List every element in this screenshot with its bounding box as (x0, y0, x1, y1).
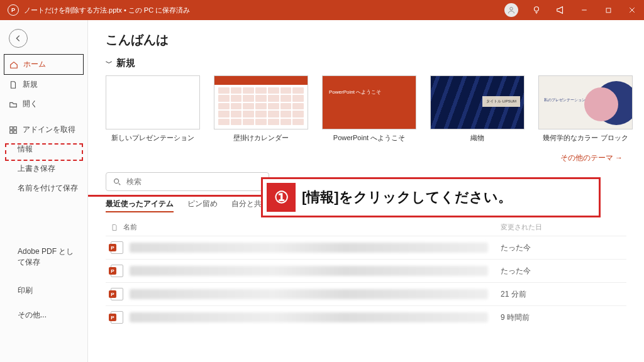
pptx-icon (111, 241, 123, 254)
tab-pinned[interactable]: ピン留め (187, 199, 218, 212)
annotation-arrow (88, 195, 263, 197)
sidebar-label: その他... (18, 310, 47, 321)
file-date: たった今 (501, 243, 626, 253)
sidebar-label: アドインを取得 (23, 124, 75, 135)
sidebar-item-info[interactable]: 情報 (0, 140, 87, 159)
svg-rect-4 (14, 126, 16, 129)
sidebar-item-home[interactable]: ホーム (4, 54, 84, 75)
blurred-filename (130, 312, 488, 322)
app-icon: P (8, 4, 19, 16)
blurred-filename (130, 243, 488, 253)
template-geometric[interactable]: 私のプレゼンテーション 幾何学的なカラー ブロック (538, 75, 633, 143)
sidebar-label: 情報 (18, 144, 33, 155)
sidebar-label: 名前を付けて保存 (18, 183, 78, 194)
column-date: 変更された日 (501, 222, 626, 232)
sidebar-item-more[interactable]: その他... (0, 305, 87, 325)
file-date: 9 時間前 (501, 312, 626, 323)
svg-rect-5 (10, 130, 13, 133)
sidebar-label: Adobe PDF として保存 (18, 246, 81, 268)
window-title: ノートだけを削除する方法.pptx • この PC に保存済み (24, 6, 190, 15)
sidebar-item-new[interactable]: 新規 (0, 75, 87, 94)
recent-file-row[interactable]: 21 分前 (106, 282, 626, 305)
chevron-down-icon: ﹀ (106, 58, 113, 68)
sidebar-label: 開く (23, 99, 38, 109)
template-gallery: 新しいプレゼンテーション 壁掛けカレンダー PowerPoint へようこそ P… (106, 75, 626, 143)
template-blank[interactable]: 新しいプレゼンテーション (106, 75, 200, 143)
file-icon (9, 80, 18, 89)
search-placeholder: 検索 (126, 177, 142, 187)
list-header: 名前 変更された日 (106, 219, 626, 236)
blurred-filename (130, 289, 488, 299)
file-date: たった今 (501, 266, 626, 277)
avatar-icon (504, 3, 518, 17)
file-icon (111, 224, 118, 231)
svg-point-7 (114, 179, 119, 184)
sidebar-item-print[interactable]: 印刷 (0, 281, 87, 300)
recent-file-row[interactable]: たった今 (106, 236, 626, 259)
svg-rect-2 (606, 8, 611, 13)
sidebar-item-saveas[interactable]: 名前を付けて保存 (0, 178, 87, 198)
addins-icon (9, 126, 18, 134)
titlebar: P ノートだけを削除する方法.pptx • この PC に保存済み (0, 0, 644, 20)
sidebar: ホーム 新規 開く アドインを取得 情報 上書き保存 (0, 20, 88, 362)
sidebar-item-save[interactable]: 上書き保存 (0, 159, 87, 178)
svg-point-0 (510, 8, 513, 11)
svg-rect-6 (14, 130, 16, 133)
sidebar-label: 印刷 (18, 285, 33, 296)
minimize-button[interactable] (572, 0, 596, 20)
back-button[interactable] (9, 29, 28, 48)
blurred-filename (130, 266, 488, 276)
svg-point-1 (535, 7, 539, 11)
pptx-icon (111, 288, 123, 300)
file-date: 21 分前 (501, 289, 626, 300)
annotation-callout: ① [情報]をクリックしてください。 (261, 177, 601, 217)
template-welcome[interactable]: PowerPoint へようこそ PowerPoint へようこそ (322, 75, 416, 143)
main-content: こんばんは ﹀ 新規 新しいプレゼンテーション 壁掛けカレンダー PowerPo… (88, 20, 644, 362)
recent-file-row[interactable]: たった今 (106, 259, 626, 282)
recent-file-row[interactable]: 9 時間前 (106, 305, 626, 329)
svg-rect-3 (10, 126, 13, 129)
pptx-icon (111, 311, 123, 324)
column-name: 名前 (123, 222, 137, 232)
tab-recent[interactable]: 最近使ったアイテム (106, 199, 174, 212)
maximize-button[interactable] (596, 0, 620, 20)
sidebar-label: 上書き保存 (18, 163, 55, 174)
template-calendar[interactable]: 壁掛けカレンダー (214, 75, 308, 143)
home-icon (9, 60, 18, 69)
app-window: P ノートだけを削除する方法.pptx • この PC に保存済み ホーム 新規… (0, 0, 644, 362)
new-section-header[interactable]: ﹀ 新規 (106, 57, 626, 69)
folder-open-icon (9, 100, 18, 109)
close-button[interactable] (620, 0, 644, 20)
account-button[interactable] (501, 0, 525, 20)
megaphone-icon[interactable] (548, 0, 572, 20)
sidebar-item-adobe-pdf[interactable]: Adobe PDF として保存 (0, 242, 87, 272)
pptx-icon (111, 265, 123, 277)
annotation-text: [情報]をクリックしてください。 (302, 188, 512, 207)
annotation-step-number: ① (267, 183, 296, 212)
more-themes-link[interactable]: その他のテーマ → (106, 153, 623, 163)
search-icon (113, 177, 121, 186)
sidebar-label: 新規 (23, 79, 38, 90)
search-input[interactable]: 検索 (106, 172, 269, 191)
sidebar-item-addins[interactable]: アドインを取得 (0, 120, 87, 140)
sidebar-label: ホーム (23, 59, 46, 70)
greeting-text: こんばんは (106, 31, 626, 48)
template-fabric[interactable]: タイトル LIPSUM 織物 (430, 75, 525, 143)
lightbulb-icon[interactable] (525, 0, 548, 20)
sidebar-item-open[interactable]: 開く (0, 94, 87, 114)
